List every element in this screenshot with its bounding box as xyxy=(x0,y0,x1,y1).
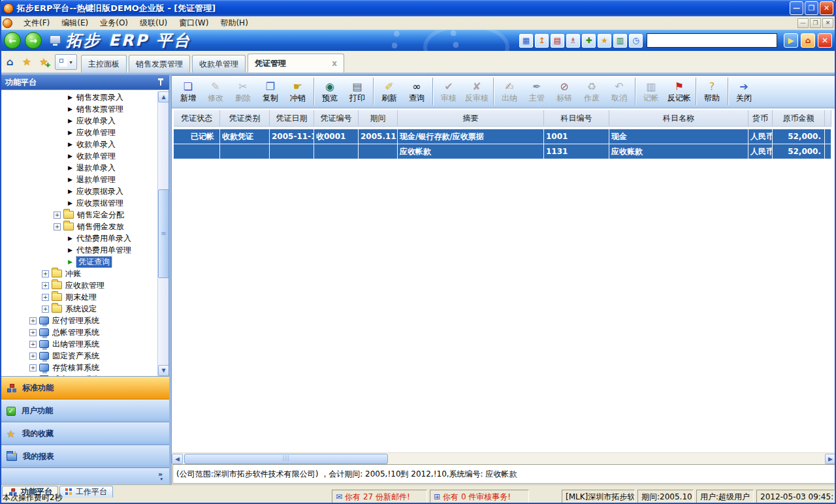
tree-item[interactable]: +总帐管理系统 xyxy=(1,326,157,338)
tree-item[interactable]: +应收款管理 xyxy=(1,279,157,291)
menu-item[interactable]: 编辑(E) xyxy=(56,16,94,30)
tree-item-label[interactable]: 总帐管理系统 xyxy=(52,327,99,338)
tab-销售发票管理[interactable]: 销售发票管理 xyxy=(129,55,190,72)
column-header[interactable]: 科目名称 xyxy=(609,110,748,127)
toolbar-button-复制[interactable]: ❐复制 xyxy=(257,78,284,105)
tree-item-label[interactable]: 收款单录入 xyxy=(76,139,116,150)
scroll-right-icon[interactable]: ▶ xyxy=(825,454,836,464)
tree-item-label[interactable]: 固定资产系统 xyxy=(52,351,99,362)
expand-plus-icon[interactable]: + xyxy=(29,329,37,336)
tree-item-label[interactable]: 期末处理 xyxy=(65,292,97,303)
expand-plus-icon[interactable]: + xyxy=(29,353,37,360)
column-header[interactable]: 期间 xyxy=(359,110,398,127)
close-button[interactable]: ✕ xyxy=(820,1,833,15)
tree-item-label[interactable]: 出纳管理系统 xyxy=(52,339,99,350)
column-header[interactable]: 摘要 xyxy=(398,110,544,127)
clock-icon[interactable]: ◷ xyxy=(629,34,643,48)
chevron-down-icon[interactable]: ▾ xyxy=(160,477,163,482)
forward-button[interactable]: → xyxy=(25,32,42,49)
horizontal-scrollbar[interactable]: ◀ ▶ xyxy=(172,452,836,464)
accordion-more-strip[interactable]: » ▾ xyxy=(0,468,169,484)
toolbar-button-预览[interactable]: ◉预览 xyxy=(316,78,344,105)
expand-plus-icon[interactable]: + xyxy=(42,294,49,301)
tree-item-label[interactable]: 应收款管理 xyxy=(65,280,104,291)
mdi-close-button[interactable]: ✕ xyxy=(822,18,833,28)
notebook-icon[interactable]: ▤ xyxy=(551,34,564,48)
accordion-我的收藏[interactable]: ★我的收藏 xyxy=(0,422,169,445)
column-header[interactable]: 货币 xyxy=(748,110,773,127)
tree-item-label[interactable]: 代垫费用单录入 xyxy=(76,233,131,244)
table-row[interactable]: 应收帐款1131应收账款人民币52,000. xyxy=(174,144,836,159)
tree-item[interactable]: +冲账 xyxy=(1,268,157,279)
tree-item-label[interactable]: 销售佣金发放 xyxy=(77,221,124,232)
tree-item-label[interactable]: 收款单管理 xyxy=(76,151,116,162)
tree-item[interactable]: ▶退款单录入 xyxy=(1,162,157,174)
mdi-restore-button[interactable]: ❐ xyxy=(810,18,821,28)
tree-item[interactable]: +期末处理 xyxy=(1,291,157,303)
search-input[interactable] xyxy=(647,33,777,48)
menu-item[interactable]: 窗口(W) xyxy=(173,16,214,30)
scroll-up-icon[interactable]: ▲ xyxy=(158,91,169,102)
bottom-tab-工作平台[interactable]: 工作平台 xyxy=(59,486,113,497)
tree-item[interactable]: +系统设定 xyxy=(1,303,157,315)
menu-item[interactable]: 级联(U) xyxy=(134,16,173,30)
favorites-star-icon[interactable]: ★ xyxy=(19,54,35,71)
tab-收款单管理[interactable]: 收款单管理 xyxy=(192,55,246,72)
expand-plus-icon[interactable]: + xyxy=(54,212,61,219)
accordion-我的报表[interactable]: 我的报表 xyxy=(0,445,169,468)
toolbar-button-查询[interactable]: ∞查询 xyxy=(403,78,430,105)
tree-scrollbar[interactable]: ▲ ▼ xyxy=(157,91,169,376)
contact-card-icon[interactable]: ▥ xyxy=(613,34,627,48)
tree-item[interactable]: +出纳管理系统 xyxy=(1,338,157,350)
tree-item-label[interactable]: 退款单管理 xyxy=(76,174,116,185)
expand-plus-icon[interactable]: + xyxy=(42,282,49,289)
tree-item[interactable]: ▶代垫费用单管理 xyxy=(1,244,157,256)
folder-add-icon[interactable]: ✚ xyxy=(582,34,596,48)
toolbar-button-打印[interactable]: ▤打印 xyxy=(344,78,371,105)
expand-plus-icon[interactable]: + xyxy=(29,364,37,371)
tree-item[interactable]: ▶收款单管理 xyxy=(1,150,157,162)
tree-item[interactable]: ▶应收票据录入 xyxy=(1,185,157,197)
home-tab-icon[interactable]: ⌂ xyxy=(2,54,18,71)
tree-item-label[interactable]: 成本管理系统 xyxy=(52,374,99,377)
audit-status[interactable]: ⊞你有 0 件审核事务! xyxy=(430,490,529,504)
toolbar-button-冲销[interactable]: ☛冲销 xyxy=(284,78,312,105)
toolbar-button-刷新[interactable]: ✐刷新 xyxy=(376,78,403,105)
tree-item[interactable]: ▶应收单管理 xyxy=(1,127,157,138)
column-header[interactable]: 凭证编号 xyxy=(314,110,359,127)
toolbar-button-反记帐[interactable]: ⚑反记帐 xyxy=(665,78,694,105)
tree-item-label[interactable]: 应收票据管理 xyxy=(76,198,123,209)
tree-item-label[interactable]: 冲账 xyxy=(65,268,81,279)
tab-close-icon[interactable]: x xyxy=(332,59,337,68)
tree-item[interactable]: +销售佣金发放 xyxy=(1,221,157,232)
tree-item-label[interactable]: 应收票据录入 xyxy=(76,186,123,197)
tree-item[interactable]: +成本管理系统 xyxy=(1,373,157,376)
accordion-标准功能[interactable]: 标准功能 xyxy=(0,377,169,400)
column-header[interactable] xyxy=(825,110,831,127)
tree-item[interactable]: ▶销售发票管理 xyxy=(1,103,157,115)
minimize-button[interactable]: — xyxy=(790,1,803,15)
column-header[interactable]: 科目编号 xyxy=(544,110,609,127)
tree-item-label[interactable]: 销售定金分配 xyxy=(77,210,124,221)
tree-item-label[interactable]: 存货核算系统 xyxy=(52,362,99,373)
tree-item[interactable]: ▶应收票据管理 xyxy=(1,197,157,209)
tree-item[interactable]: +存货核算系统 xyxy=(1,362,157,373)
tree-item[interactable]: ▶凭证查询 xyxy=(1,256,157,268)
accordion-用户功能[interactable]: ✓用户功能 xyxy=(0,400,169,422)
expand-plus-icon[interactable]: + xyxy=(54,223,61,230)
tree-item[interactable]: +销售定金分配 xyxy=(1,209,157,221)
go-button[interactable]: ▶ xyxy=(784,33,798,48)
restore-button[interactable]: ❐ xyxy=(805,1,818,15)
folder-up-icon[interactable]: ↥ xyxy=(535,34,549,48)
menu-item[interactable]: 文件(F) xyxy=(18,16,56,30)
expand-plus-icon[interactable]: + xyxy=(29,317,37,324)
column-header[interactable]: 凭证类别 xyxy=(220,110,270,127)
tree-item[interactable]: ▶销售发票录入 xyxy=(1,91,157,103)
tree-item-label[interactable]: 应付管理系统 xyxy=(52,315,99,326)
tree-item-label[interactable]: 凭证查询 xyxy=(76,257,112,268)
tree-item[interactable]: +固定资产系统 xyxy=(1,350,157,362)
pin-icon[interactable] xyxy=(157,78,164,86)
tree-item-label[interactable]: 系统设定 xyxy=(65,304,97,315)
tree-item[interactable]: +应付管理系统 xyxy=(1,315,157,326)
tree-item[interactable]: ▶收款单录入 xyxy=(1,138,157,150)
